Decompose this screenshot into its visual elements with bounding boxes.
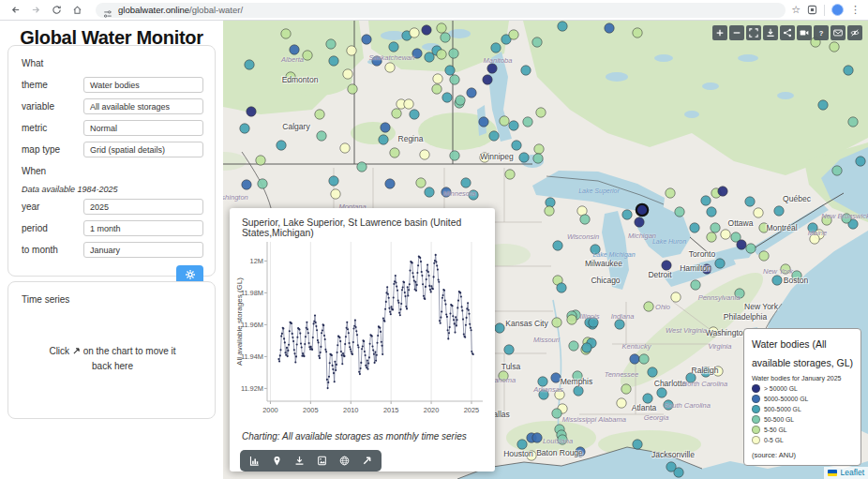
station-dot[interactable] <box>657 388 666 397</box>
extensions-icon[interactable] <box>807 2 817 19</box>
station-dot[interactable] <box>512 141 521 150</box>
station-dot[interactable] <box>856 157 865 166</box>
station-dot[interactable] <box>290 45 299 54</box>
station-dot[interactable] <box>379 135 388 144</box>
email-button[interactable] <box>831 25 846 40</box>
station-dot[interactable] <box>277 141 286 150</box>
station-dot[interactable] <box>491 43 501 52</box>
station-dot[interactable] <box>552 318 561 327</box>
station-dot[interactable] <box>701 196 711 205</box>
help-button[interactable]: ? <box>814 25 829 40</box>
station-dot[interactable] <box>848 117 858 127</box>
station-dot[interactable] <box>489 131 499 141</box>
station-dot[interactable] <box>774 206 784 216</box>
url-bar[interactable]: globalwater.online/global-water/ <box>96 3 786 18</box>
station-dot[interactable] <box>639 354 649 364</box>
reload-icon[interactable] <box>49 3 64 18</box>
station-dot[interactable] <box>567 315 576 324</box>
station-dot[interactable] <box>487 64 497 73</box>
station-dot[interactable] <box>737 240 746 249</box>
station-dot[interactable] <box>781 264 790 274</box>
share-button[interactable] <box>780 25 795 40</box>
station-dot[interactable] <box>348 84 357 94</box>
station-dot[interactable] <box>622 210 632 219</box>
station-dot[interactable] <box>480 153 489 162</box>
station-dot[interactable] <box>317 131 326 141</box>
station-dot[interactable] <box>433 74 442 83</box>
station-dot[interactable] <box>258 179 267 188</box>
station-dot[interactable] <box>445 66 455 75</box>
bar-chart-button[interactable] <box>249 456 260 466</box>
station-dot[interactable] <box>425 187 434 197</box>
station-dot[interactable] <box>832 166 842 175</box>
station-dot[interactable] <box>412 49 422 58</box>
station-dot[interactable] <box>517 440 527 449</box>
station-dot[interactable] <box>420 150 429 159</box>
station-dot[interactable] <box>558 435 567 444</box>
station-dot[interactable] <box>746 244 756 253</box>
station-dot[interactable] <box>441 33 450 42</box>
location-pin-button[interactable] <box>272 456 282 466</box>
station-dot[interactable] <box>686 373 696 382</box>
station-dot[interactable] <box>392 109 401 118</box>
station-dot[interactable] <box>574 386 583 396</box>
station-dot[interactable] <box>245 60 254 69</box>
home-icon[interactable] <box>69 3 84 18</box>
station-dot[interactable] <box>822 216 831 225</box>
station-dot[interactable] <box>589 318 598 327</box>
station-dot[interactable] <box>441 187 451 197</box>
station-dot[interactable] <box>536 108 546 117</box>
station-dot[interactable] <box>573 371 582 381</box>
station-dot[interactable] <box>390 148 399 157</box>
year-select[interactable]: 2025 <box>83 199 203 215</box>
station-dot[interactable] <box>329 56 338 66</box>
station-dot[interactable] <box>617 398 626 408</box>
zoom-in-button[interactable] <box>712 25 727 40</box>
station-dot[interactable] <box>532 433 542 442</box>
leaflet-link[interactable]: Leaflet <box>840 468 864 477</box>
station-dot[interactable] <box>648 367 657 377</box>
station-dot[interactable] <box>329 176 338 186</box>
station-dot[interactable] <box>792 271 801 280</box>
station-dot[interactable] <box>818 100 828 110</box>
profile-avatar[interactable] <box>831 4 844 16</box>
station-dot[interactable] <box>621 384 631 394</box>
station-dot[interactable] <box>521 66 531 75</box>
station-dot[interactable] <box>343 69 352 79</box>
station-dot[interactable] <box>372 56 382 66</box>
station-dot[interactable] <box>527 451 536 460</box>
to-month-select[interactable]: January <box>83 242 203 258</box>
station-dot[interactable] <box>450 151 459 160</box>
station-dot[interactable] <box>281 29 291 38</box>
station-dot[interactable] <box>416 178 426 187</box>
station-dot[interactable] <box>449 49 458 58</box>
station-dot[interactable] <box>759 223 769 232</box>
station-dot[interactable] <box>605 23 614 33</box>
station-dot[interactable] <box>432 84 441 94</box>
station-dot[interactable] <box>479 117 488 127</box>
station-dot[interactable] <box>385 63 395 72</box>
station-dot[interactable] <box>422 25 431 35</box>
station-dot[interactable] <box>633 440 642 449</box>
station-dot[interactable] <box>675 207 684 217</box>
station-dot[interactable] <box>500 116 509 126</box>
station-dot[interactable] <box>437 50 446 59</box>
station-dot[interactable] <box>713 367 723 376</box>
station-dot[interactable] <box>437 23 446 33</box>
station-dot[interactable] <box>671 292 681 302</box>
station-dot[interactable] <box>404 99 413 109</box>
move-chart-button[interactable] <box>362 456 372 466</box>
station-dot[interactable] <box>504 345 514 354</box>
station-dot[interactable] <box>810 234 819 244</box>
station-dot[interactable] <box>555 390 564 399</box>
station-dot[interactable] <box>715 259 725 268</box>
station-dot[interactable] <box>591 245 600 254</box>
station-dot[interactable] <box>533 154 543 163</box>
station-dot[interactable] <box>643 394 652 403</box>
station-dot[interactable] <box>456 96 465 105</box>
station-dot[interactable] <box>735 289 744 298</box>
map-type-select[interactable]: Grid (spatial details) <box>83 142 203 157</box>
station-dot[interactable] <box>553 241 562 250</box>
station-dot[interactable] <box>551 373 561 382</box>
metric-select[interactable]: Normal <box>83 120 203 136</box>
